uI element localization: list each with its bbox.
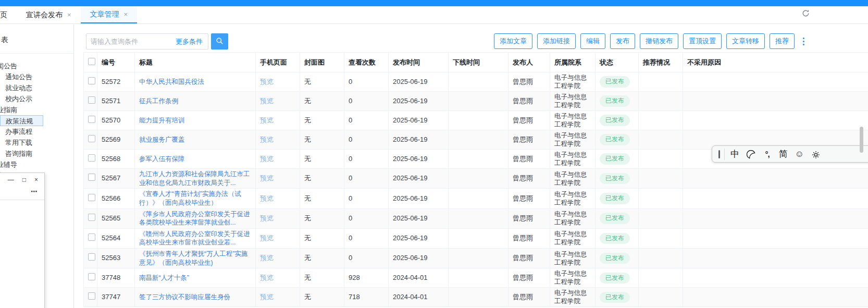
search-input[interactable] (86, 38, 173, 45)
article-title-link[interactable]: 征兵工作条例 (139, 97, 178, 105)
preview-link[interactable]: 预览 (260, 135, 274, 143)
tab-close-icon[interactable]: × (124, 10, 128, 18)
row-select-cell (84, 130, 97, 150)
row-checkbox[interactable] (88, 273, 95, 280)
cell-publish-date: 2025-06-19 (389, 249, 449, 268)
sidebar-item-label: 通知公告 (5, 73, 32, 81)
ime-drag-handle[interactable] (718, 150, 720, 158)
ellipsis-menu-icon[interactable]: ⋯ (0, 183, 44, 195)
row-checkbox[interactable] (88, 77, 95, 84)
table-row: 52565 《萍乡市人民政府办公室印发关于促进各类院校毕业生来萍留萍就业创...… (84, 208, 868, 228)
toolbar-button[interactable]: 置顶设置 (683, 33, 722, 49)
row-checkbox[interactable] (88, 214, 95, 221)
preview-link[interactable]: 预览 (260, 174, 274, 182)
tab[interactable]: 页 (0, 6, 17, 23)
article-management-page: 页 宣讲会发布 × 文章管理 × 表 (0, 0, 868, 308)
toolbar-button[interactable]: 推荐 (770, 33, 795, 49)
tab-close-icon[interactable]: × (67, 11, 71, 19)
ime-halfwidth-moon-icon[interactable] (743, 146, 759, 162)
ime-simplified-button[interactable]: 简 (775, 146, 791, 162)
article-title-link[interactable]: 《赣州市人民政府办公室印发关于促进高校毕业生来市留市就业创业若... (139, 230, 250, 247)
status-badge: 已发布 (600, 273, 630, 284)
ime-emoji-icon[interactable]: ☺ (791, 146, 808, 162)
article-title-link[interactable]: 《宜春人才“青苗计划”实施办法（试行）》（面向高校毕业生） (139, 190, 241, 206)
select-all-checkbox[interactable] (88, 58, 95, 65)
article-title-link[interactable]: 签了三方协议不影响应届生身份 (139, 293, 230, 301)
article-title-link[interactable]: 中华人民共和国兵役法 (139, 78, 204, 85)
preview-link[interactable]: 预览 (260, 254, 274, 262)
article-title-link[interactable]: 《抚州市青年人才聚抚“万人工程”实施意见》（面向高校毕业生) (139, 250, 247, 266)
tab[interactable]: 文章管理 × (81, 6, 138, 23)
maximize-icon[interactable]: □ (22, 177, 26, 183)
cell-reject-reason (683, 249, 868, 268)
row-checkbox[interactable] (88, 194, 95, 201)
sidebar-item[interactable]: 闻公告 (0, 60, 73, 71)
tabs: 页 宣讲会发布 × 文章管理 × (0, 6, 137, 23)
sidebar-item[interactable]: 就业动态 (0, 82, 73, 93)
cell-offline-date (449, 169, 509, 189)
status-badge: 已发布 (600, 233, 630, 244)
toolbar-button[interactable]: 添加文章 (494, 33, 532, 49)
ime-separator (724, 149, 725, 160)
sidebar-item[interactable]: 咨询指南 (0, 148, 73, 159)
row-checkbox[interactable] (88, 233, 95, 241)
sidebar-item-label: 就业动态 (5, 84, 32, 92)
cell-offline-date (449, 249, 509, 268)
row-checkbox[interactable] (88, 292, 95, 300)
article-title-link[interactable]: 就业服务广覆盖 (139, 136, 185, 143)
toolbar-button[interactable]: 文章转移 (726, 33, 765, 49)
cell-recommend (639, 92, 683, 111)
tab[interactable]: 宣讲会发布 × (17, 6, 81, 23)
row-checkbox[interactable] (88, 174, 95, 181)
preview-link[interactable]: 预览 (260, 214, 274, 222)
table-row: 52567 九江市人力资源和社会保障局九江市工业和信息化局九江市财政局关于...… (84, 169, 868, 189)
more-actions-icon[interactable] (801, 35, 807, 47)
cell-cover: 无 (300, 189, 344, 208)
preview-link[interactable]: 预览 (260, 78, 274, 85)
toolbar-button[interactable]: 编辑 (580, 33, 605, 49)
cell-recommend (639, 228, 683, 248)
vertical-scrollbar-thumb[interactable] (860, 127, 863, 153)
article-title-link[interactable]: 《萍乡市人民政府办公室印发关于促进各类院校毕业生来萍留萍就业创... (139, 211, 250, 227)
preview-link[interactable]: 预览 (260, 293, 274, 301)
tab-label: 页 (0, 10, 7, 20)
preview-link[interactable]: 预览 (260, 155, 274, 163)
search-button[interactable] (211, 33, 228, 50)
cell-publish-date: 2025-06-19 (389, 130, 449, 150)
preview-link[interactable]: 预览 (260, 194, 274, 202)
ime-punctuation-button[interactable]: °, (759, 146, 775, 162)
cell-id: 52564 (97, 228, 135, 248)
toolbar-button[interactable]: 撤销发布 (640, 33, 678, 49)
sidebar-item[interactable]: 通知公告 (0, 71, 73, 82)
sidebar-item[interactable]: 政策法规 (0, 115, 43, 126)
row-checkbox[interactable] (88, 253, 95, 261)
preview-link[interactable]: 预览 (260, 97, 274, 105)
toolbar-button[interactable]: 发布 (610, 33, 635, 49)
article-title-link[interactable]: 九江市人力资源和社会保障局九江市工业和信息化局九江市财政局关于... (139, 170, 250, 187)
more-filters-link[interactable]: 更多条件 (173, 37, 208, 46)
sidebar-item[interactable]: 校内公示 (0, 93, 73, 104)
row-checkbox[interactable] (88, 135, 95, 142)
article-title-link[interactable]: 能力提升有培训 (139, 117, 185, 124)
article-title-link[interactable]: 南昌新“人才十条” (139, 274, 189, 281)
article-title-link[interactable]: 参军入伍有保障 (139, 155, 185, 163)
minimize-icon[interactable]: — (8, 177, 14, 183)
row-checkbox[interactable] (88, 154, 95, 162)
sidebar-item[interactable]: 业辅导 (0, 159, 73, 170)
sidebar-item-label: 常用下载 (5, 139, 32, 146)
sidebar-item[interactable]: 业指南 (0, 104, 73, 115)
preview-link[interactable]: 预览 (260, 234, 274, 242)
cell-offline-date (449, 130, 509, 150)
close-icon[interactable]: × (34, 177, 38, 183)
toolbar-button[interactable]: 添加链接 (537, 33, 576, 49)
ime-settings-gear-icon[interactable] (808, 146, 824, 162)
sidebar-item[interactable]: 办事流程 (0, 126, 73, 137)
row-checkbox[interactable] (88, 96, 95, 104)
row-checkbox[interactable] (88, 116, 95, 123)
refresh-icon[interactable] (801, 9, 813, 20)
preview-link[interactable]: 预览 (260, 274, 274, 281)
row-select-cell (84, 208, 97, 228)
sidebar-item[interactable]: 常用下载 (0, 137, 73, 148)
ime-chinese-mode-button[interactable]: 中 (727, 146, 743, 162)
preview-link[interactable]: 预览 (260, 116, 274, 124)
